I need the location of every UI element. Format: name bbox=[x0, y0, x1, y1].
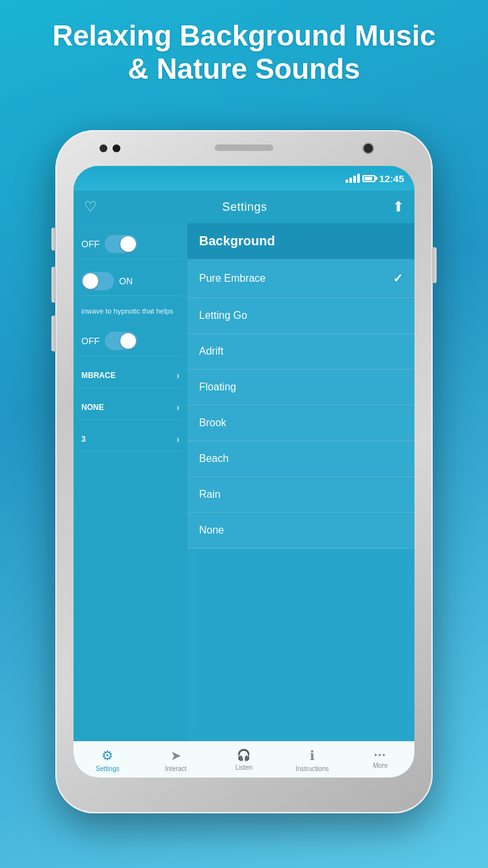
dropdown-item-7-label: None bbox=[199, 524, 224, 536]
phone-shell: 12:45 ♡ Settings ⬆ OFF bbox=[55, 130, 433, 813]
dropdown-title: Background bbox=[199, 234, 275, 248]
tab-interact-label: Interact bbox=[165, 765, 187, 772]
instructions-icon: ℹ bbox=[310, 748, 315, 763]
volume-down-button bbox=[51, 316, 56, 351]
dropdown-item-0[interactable]: Pure Embrace ✓ bbox=[187, 260, 414, 298]
tab-listen-label: Listen bbox=[236, 764, 253, 771]
dropdown-header: Background bbox=[187, 223, 414, 260]
interact-icon: ➤ bbox=[170, 748, 182, 763]
dropdown-item-5-label: Beach bbox=[199, 453, 228, 465]
dropdown-item-6[interactable]: Rain bbox=[187, 477, 414, 513]
status-time: 12:45 bbox=[379, 173, 404, 184]
settings-icon: ⚙ bbox=[102, 748, 113, 763]
app-bar-title: Settings bbox=[222, 200, 267, 214]
listen-icon: 🎧 bbox=[237, 748, 251, 762]
toggle-1[interactable] bbox=[105, 235, 137, 253]
dropdown-item-4-label: Brook bbox=[199, 417, 226, 429]
dropdown-item-0-label: Pure Embrace bbox=[199, 273, 265, 284]
share-icon[interactable]: ⬆ bbox=[392, 198, 404, 215]
option-row-1[interactable]: MBRACE › bbox=[79, 364, 182, 388]
dropdown-item-7[interactable]: None bbox=[187, 513, 414, 549]
tab-instructions[interactable]: ℹ Instructions bbox=[278, 742, 346, 778]
left-panel: OFF ON inwave to hypnotic that helps bbox=[74, 223, 187, 741]
option-row-3[interactable]: 3 › bbox=[79, 427, 182, 452]
toggle-3[interactable] bbox=[105, 332, 137, 350]
toggle-row-2: ON bbox=[79, 267, 182, 296]
tab-interact[interactable]: ➤ Interact bbox=[142, 742, 210, 778]
option-3-label: 3 bbox=[81, 435, 86, 444]
more-icon: ••• bbox=[374, 751, 386, 760]
power-button bbox=[432, 247, 437, 283]
volume-up-button bbox=[51, 267, 56, 303]
toggle-row-3: OFF bbox=[79, 327, 182, 356]
tab-instructions-label: Instructions bbox=[295, 765, 329, 772]
dropdown-item-2-label: Adrift bbox=[199, 346, 223, 357]
dropdown-item-3-label: Floating bbox=[199, 381, 236, 393]
front-camera-1 bbox=[100, 144, 107, 152]
toggle-2[interactable] bbox=[81, 272, 114, 290]
speaker bbox=[215, 144, 273, 151]
tab-settings-label: Settings bbox=[96, 765, 119, 772]
phone-screen: 12:45 ♡ Settings ⬆ OFF bbox=[74, 166, 414, 778]
option-2-label: NONE bbox=[81, 403, 104, 412]
toggle-row-1: OFF bbox=[79, 230, 182, 259]
tab-settings[interactable]: ⚙ Settings bbox=[74, 742, 142, 778]
tab-more-label: More bbox=[373, 762, 388, 769]
dropdown-item-6-label: Rain bbox=[199, 489, 221, 500]
option-1-label: MBRACE bbox=[81, 371, 116, 380]
chevron-3-icon: › bbox=[176, 434, 180, 444]
dropdown-panel: Background Pure Embrace ✓ Letting Go Adr… bbox=[187, 223, 414, 741]
battery-icon bbox=[362, 175, 375, 182]
dropdown-item-1[interactable]: Letting Go bbox=[187, 298, 414, 334]
dropdown-item-2[interactable]: Adrift bbox=[187, 334, 414, 370]
tab-bar: ⚙ Settings ➤ Interact 🎧 Listen ℹ Instruc… bbox=[74, 741, 414, 778]
status-icons bbox=[346, 174, 375, 183]
dropdown-item-1-label: Letting Go bbox=[199, 310, 247, 321]
content-area: OFF ON inwave to hypnotic that helps bbox=[74, 223, 414, 741]
front-camera-2 bbox=[113, 144, 120, 152]
chevron-1-icon: › bbox=[176, 370, 180, 381]
option-row-2[interactable]: NONE › bbox=[79, 396, 182, 420]
status-bar: 12:45 bbox=[74, 166, 414, 191]
dropdown-item-3[interactable]: Floating bbox=[187, 370, 414, 405]
left-description: inwave to hypnotic that helps bbox=[79, 304, 182, 319]
signal-icon bbox=[346, 174, 360, 183]
mute-button bbox=[51, 228, 56, 251]
camera bbox=[362, 142, 374, 154]
heart-icon[interactable]: ♡ bbox=[84, 198, 97, 215]
chevron-2-icon: › bbox=[176, 402, 180, 413]
dropdown-item-4[interactable]: Brook bbox=[187, 405, 414, 441]
tab-more[interactable]: ••• More bbox=[346, 742, 414, 778]
tab-listen[interactable]: 🎧 Listen bbox=[210, 742, 278, 778]
toggle-3-label: OFF bbox=[81, 336, 100, 346]
page-title: Relaxing Background Music & Nature Sound… bbox=[0, 0, 488, 98]
page-header: Relaxing Background Music & Nature Sound… bbox=[0, 0, 488, 98]
phone-frame: 12:45 ♡ Settings ⬆ OFF bbox=[55, 130, 433, 813]
app-bar: ♡ Settings ⬆ bbox=[74, 191, 414, 223]
dropdown-item-5[interactable]: Beach bbox=[187, 441, 414, 477]
toggle-1-label: OFF bbox=[81, 239, 100, 249]
toggle-2-label: ON bbox=[119, 276, 133, 286]
checkmark-0: ✓ bbox=[393, 271, 403, 286]
